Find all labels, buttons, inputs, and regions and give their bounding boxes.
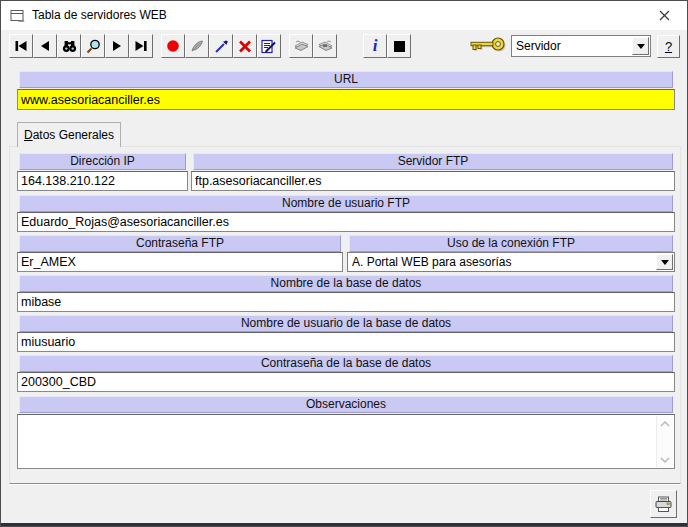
record-selector-dropdown-button[interactable] <box>632 37 649 55</box>
record-button[interactable] <box>161 34 185 58</box>
ftp-usage-combobox[interactable]: A. Portal WEB para asesorías <box>347 252 675 272</box>
post-edit-icon <box>293 39 310 53</box>
edit-icon <box>261 39 277 54</box>
scroll-up-button[interactable] <box>657 416 673 431</box>
record-selector-value: Servidor <box>516 39 630 53</box>
cancel-edit-icon <box>317 39 334 53</box>
cancel-edit-button[interactable] <box>313 34 337 58</box>
url-input[interactable] <box>17 89 675 110</box>
db-user-input[interactable] <box>17 332 675 352</box>
db-password-header: Contraseña de la base de datos <box>19 355 673 372</box>
record-icon <box>166 39 180 53</box>
first-record-button[interactable] <box>9 34 33 58</box>
last-record-button[interactable] <box>129 34 153 58</box>
post-edit-button[interactable] <box>289 34 313 58</box>
db-name-input[interactable] <box>17 292 675 312</box>
observations-textarea[interactable] <box>17 414 675 469</box>
ip-input[interactable] <box>17 171 188 191</box>
ftp-server-input[interactable] <box>191 171 675 191</box>
edit-button[interactable] <box>257 34 281 58</box>
delete-button[interactable] <box>233 34 257 58</box>
scroll-down-button[interactable] <box>657 452 673 467</box>
ftp-user-header: Nombre de usuario FTP <box>19 195 673 212</box>
next-record-button[interactable] <box>105 34 129 58</box>
feather-icon <box>190 39 205 53</box>
ftp-password-header: Contraseña FTP <box>19 235 341 252</box>
print-button[interactable] <box>650 490 677 518</box>
observations-scrollbar[interactable] <box>656 416 673 467</box>
previous-record-button[interactable] <box>33 34 57 58</box>
dropdown-arrow-icon <box>661 260 669 269</box>
find-button[interactable] <box>57 34 81 58</box>
find-icon <box>62 40 77 53</box>
first-record-icon <box>14 40 28 52</box>
next-record-icon <box>110 40 124 52</box>
info-icon: i <box>373 39 378 53</box>
title-bar: Tabla de servidores WEB <box>1 1 687 30</box>
preview-button[interactable] <box>81 34 105 58</box>
ftp-usage-dropdown-button[interactable] <box>656 254 673 270</box>
db-user-header: Nombre de usuario de la base de datos <box>19 315 673 332</box>
info-button[interactable]: i <box>363 34 387 58</box>
window-icon <box>10 8 25 23</box>
key-icon <box>467 34 509 58</box>
record-selector-combobox[interactable]: Servidor <box>511 35 651 57</box>
scroll-up-icon <box>660 421 670 427</box>
desktop-strip <box>1 523 687 526</box>
db-password-input[interactable] <box>17 372 675 392</box>
tab-datos-generales[interactable]: Datos Generales <box>17 122 121 147</box>
dropdown-arrow-icon <box>637 44 645 53</box>
window-title: Tabla de servidores WEB <box>32 8 167 22</box>
close-button[interactable] <box>642 1 687 30</box>
previous-record-icon <box>38 40 52 52</box>
observations-header: Observaciones <box>19 396 673 413</box>
ftp-user-input[interactable] <box>17 212 675 232</box>
db-name-header: Nombre de la base de datos <box>19 275 673 292</box>
delete-icon <box>238 40 252 53</box>
tab-label: Datos Generales <box>24 128 114 142</box>
stop-button[interactable] <box>387 34 411 58</box>
close-icon <box>659 10 670 21</box>
preview-icon <box>86 39 101 54</box>
ftp-password-input[interactable] <box>17 252 343 272</box>
scroll-down-icon <box>660 457 670 463</box>
help-button[interactable]: ? <box>657 35 680 58</box>
stop-icon <box>394 41 405 52</box>
eyedropper-icon <box>214 39 229 54</box>
help-icon: ? <box>665 39 672 54</box>
ip-header: Dirección IP <box>19 153 186 170</box>
ftp-usage-value: A. Portal WEB para asesorías <box>352 255 654 269</box>
dialog-tabla-servidores-web: Tabla de servidores WEB <box>0 0 688 527</box>
url-header: URL <box>19 71 673 88</box>
eyedropper-button[interactable] <box>209 34 233 58</box>
last-record-icon <box>134 40 148 52</box>
ftp-server-header: Servidor FTP <box>193 153 673 170</box>
feather-button[interactable] <box>185 34 209 58</box>
ftp-usage-header: Uso de la conexión FTP <box>349 235 673 252</box>
printer-icon <box>654 496 673 513</box>
